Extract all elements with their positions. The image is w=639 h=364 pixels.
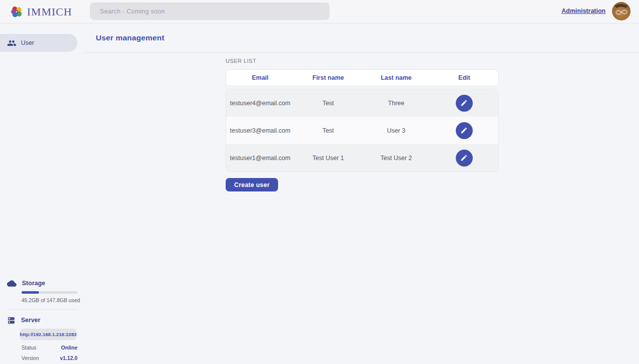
version-label: Version	[21, 355, 39, 361]
storage-section-header: Storage	[7, 279, 85, 288]
sidebar-status-panel: Storage 45.2GB of 147.8GB used Server ht…	[0, 279, 85, 361]
column-header-edit: Edit	[430, 74, 498, 81]
app-logo[interactable]: IMMICH	[10, 5, 72, 18]
status-value: Online	[61, 345, 77, 351]
server-version-row: Version v1.12.0	[21, 355, 77, 361]
server-icon	[7, 316, 15, 325]
sidebar-divider	[7, 309, 77, 310]
server-status-row: Status Online	[21, 345, 77, 351]
cell-email: testuser3@email.com	[226, 127, 294, 134]
storage-usage-text: 45.2GB of 147.8GB used	[21, 297, 85, 303]
cell-email: testuser1@email.com	[226, 155, 294, 162]
storage-progress-bar	[21, 291, 77, 294]
server-section-header: Server	[7, 316, 85, 325]
content-header: User management	[85, 23, 639, 53]
cell-email: testuser4@email.com	[226, 100, 294, 107]
cell-last-name: Three	[362, 100, 430, 107]
edit-user-button[interactable]	[456, 150, 473, 167]
cell-first-name: Test	[294, 127, 362, 134]
sidebar: User Storage 45.2GB of 147.8GB used	[0, 23, 85, 364]
pencil-icon	[460, 127, 468, 134]
sidebar-item-user[interactable]: User	[0, 34, 77, 52]
immich-flower-icon	[10, 5, 23, 18]
table-body: testuser4@email.com Test Three testuser3…	[226, 89, 499, 172]
server-url: http://192.168.1.216:2283	[20, 332, 77, 337]
cell-last-name: Test User 2	[362, 155, 430, 162]
column-header-email: Email	[226, 74, 294, 81]
page-title: User management	[96, 33, 164, 42]
top-navbar: IMMICH Administration	[0, 0, 639, 23]
server-title: Server	[21, 317, 40, 324]
table-row: testuser4@email.com Test Three	[226, 89, 498, 117]
table-header-row: Email First name Last name Edit	[226, 69, 499, 86]
app-name: IMMICH	[27, 5, 72, 18]
cell-last-name: User 3	[362, 127, 430, 134]
storage-title: Storage	[22, 280, 45, 287]
table-row: testuser1@email.com Test User 1 Test Use…	[226, 144, 498, 172]
pencil-icon	[460, 154, 468, 162]
column-header-first-name: First name	[294, 74, 362, 81]
search-input[interactable]	[90, 2, 329, 20]
user-list-section: USER LIST Email First name Last name Edi…	[226, 56, 499, 191]
storage-progress-fill	[21, 291, 39, 294]
pencil-icon	[460, 99, 468, 107]
status-label: Status	[21, 345, 36, 351]
column-header-last-name: Last name	[362, 74, 430, 81]
users-group-icon	[7, 38, 16, 48]
cell-first-name: Test	[294, 100, 362, 107]
edit-user-button[interactable]	[456, 122, 473, 139]
user-avatar[interactable]	[612, 2, 631, 20]
cloud-icon	[7, 279, 16, 288]
server-url-badge: http://192.168.1.216:2283	[20, 329, 76, 340]
table-row: testuser3@email.com Test User 3	[226, 117, 498, 144]
version-value: v1.12.0	[60, 355, 77, 361]
immich-admin-page: IMMICH Administration User	[0, 0, 639, 364]
cell-first-name: Test User 1	[294, 155, 362, 162]
create-user-button[interactable]: Create user	[226, 178, 278, 191]
edit-user-button[interactable]	[456, 95, 473, 112]
sidebar-item-label: User	[21, 39, 34, 46]
section-label: USER LIST	[226, 58, 499, 64]
administration-link[interactable]: Administration	[562, 7, 606, 14]
